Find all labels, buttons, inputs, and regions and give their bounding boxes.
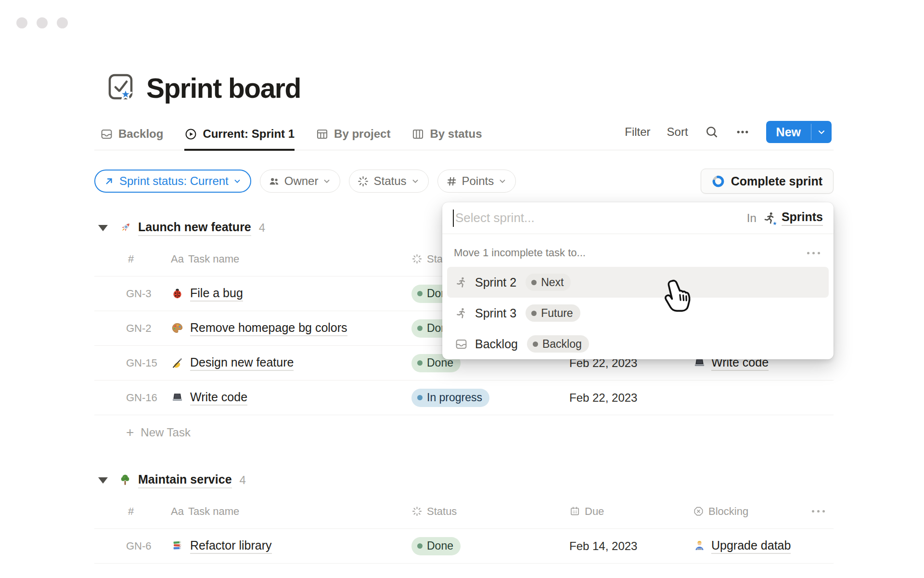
- popup-section-label-row: Move 1 incomplete task to...: [442, 246, 834, 260]
- tab-label: By project: [334, 127, 390, 141]
- spinner-icon: [357, 175, 369, 187]
- chevron-down-icon: [233, 177, 242, 185]
- table-row[interactable]: GN-6 Refactor library Done Feb 14, 2023: [94, 529, 834, 564]
- collapse-triangle-icon[interactable]: [98, 225, 108, 231]
- group-title[interactable]: Maintain service: [138, 473, 232, 488]
- complete-sprint-button[interactable]: Complete sprint: [701, 169, 834, 194]
- search-icon[interactable]: [705, 125, 719, 139]
- new-button-dropdown[interactable]: [811, 121, 832, 143]
- column-task-name[interactable]: Aa Task name: [171, 253, 411, 265]
- column-due[interactable]: Due: [569, 505, 693, 518]
- status-badge[interactable]: Done: [411, 537, 461, 555]
- chip-label: Sprint status: Current: [119, 174, 229, 188]
- table-grid-icon: [316, 128, 329, 141]
- sprint-status-badge: Next: [526, 274, 571, 291]
- tab-current-sprint[interactable]: Current: Sprint 1: [184, 127, 295, 151]
- window-dot-minimize[interactable]: [37, 17, 48, 28]
- arrow-up-right-icon: [103, 175, 115, 187]
- tab-backlog[interactable]: Backlog: [100, 127, 163, 151]
- due-cell[interactable]: Feb 22, 2023: [569, 391, 693, 405]
- books-emoji: [171, 539, 184, 552]
- sprint-status-badge: Backlog: [527, 335, 589, 353]
- due-cell[interactable]: Feb 14, 2023: [569, 539, 693, 553]
- chip-owner[interactable]: Owner: [260, 170, 341, 193]
- popup-item-label: Sprint 3: [475, 306, 516, 320]
- column-blocking[interactable]: Blocking: [693, 505, 834, 518]
- blocked-icon: [693, 506, 704, 517]
- task-id: GN-16: [94, 392, 171, 404]
- popup-item-label: Backlog: [475, 337, 518, 351]
- popup-search-row: In Sprints: [442, 202, 834, 234]
- select-sprint-input[interactable]: [455, 210, 747, 225]
- page-title: Sprint board: [146, 72, 301, 104]
- table-more-icon[interactable]: [800, 510, 834, 512]
- text-type-icon: Aa: [171, 253, 184, 265]
- popup-scope: In Sprints: [747, 210, 823, 226]
- text-caret: [453, 210, 454, 227]
- popup-more-icon[interactable]: [807, 252, 822, 254]
- filter-bar: Sprint status: Current Owner: [94, 169, 834, 194]
- column-id[interactable]: #: [94, 253, 171, 265]
- new-button[interactable]: New: [766, 121, 832, 143]
- blocking-task-link[interactable]: Upgrade datab: [711, 539, 791, 554]
- hand-cursor: [662, 278, 693, 316]
- rocket-emoji: [118, 221, 132, 235]
- runner-icon: [455, 276, 468, 289]
- plus-icon: +: [126, 426, 134, 439]
- new-task-button[interactable]: + New Task: [94, 415, 834, 450]
- popup-item-backlog[interactable]: Backlog Backlog: [447, 328, 829, 359]
- new-task-label: New Task: [141, 426, 191, 439]
- chevron-down-icon: [817, 127, 826, 137]
- window-dot-close[interactable]: [16, 17, 27, 28]
- task-name-link[interactable]: File a bug: [190, 286, 243, 302]
- table-header: # Aa Task name Status: [94, 494, 834, 529]
- palette-emoji: [171, 322, 184, 335]
- popup-section-label: Move 1 incomplete task to...: [454, 247, 807, 259]
- view-tabbar: Backlog Current: Sprint 1 By project: [94, 118, 834, 150]
- page-header: Sprint board: [94, 72, 834, 104]
- spinner-icon: [411, 253, 423, 264]
- column-status[interactable]: Status: [411, 505, 569, 518]
- columns-icon: [411, 128, 424, 141]
- tab-label: By status: [430, 127, 482, 141]
- chevron-down-icon: [498, 177, 507, 185]
- sort-button[interactable]: Sort: [667, 125, 688, 139]
- tab-by-project[interactable]: By project: [316, 127, 390, 151]
- popup-item-sprint-3[interactable]: Sprint 3 Future: [447, 298, 829, 328]
- filter-button[interactable]: Filter: [625, 125, 650, 139]
- chevron-down-icon: [411, 177, 420, 185]
- column-task-name[interactable]: Aa Task name: [171, 505, 411, 518]
- group-title[interactable]: Launch new feature: [138, 220, 251, 236]
- task-id: GN-6: [94, 540, 171, 552]
- move-tasks-popup: In Sprints Move 1 incomplete task to...: [442, 202, 834, 359]
- popup-item-sprint-2[interactable]: Sprint 2 Next: [447, 267, 829, 298]
- spinner-icon: [411, 506, 423, 517]
- chip-sprint-status[interactable]: Sprint status: Current: [94, 170, 251, 193]
- complete-sprint-label: Complete sprint: [731, 174, 822, 188]
- scope-name-link[interactable]: Sprints: [782, 210, 823, 226]
- chip-status[interactable]: Status: [349, 170, 428, 193]
- column-id[interactable]: #: [94, 505, 171, 518]
- collapse-triangle-icon[interactable]: [98, 477, 108, 484]
- task-name-link[interactable]: Design new feature: [190, 355, 294, 371]
- table-row[interactable]: GN-16 Write code In progress Feb 22, 202…: [94, 381, 834, 415]
- task-name-link[interactable]: Refactor library: [190, 539, 272, 554]
- blocking-cell[interactable]: Upgrade datab: [693, 539, 834, 554]
- group-count: 4: [240, 473, 246, 487]
- inbox-icon: [455, 338, 468, 351]
- group-count: 4: [259, 221, 265, 235]
- ellipsis-icon[interactable]: [735, 125, 750, 139]
- task-name-link[interactable]: Write code: [190, 390, 247, 406]
- status-badge[interactable]: In progress: [411, 389, 489, 407]
- chip-points[interactable]: Points: [437, 170, 516, 193]
- laptop-emoji: [171, 391, 184, 404]
- chip-label: Status: [373, 174, 406, 188]
- task-name-link[interactable]: Remove homepage bg colors: [190, 321, 347, 336]
- chevron-down-icon: [322, 177, 331, 185]
- task-id: GN-2: [94, 322, 171, 335]
- window-dot-zoom[interactable]: [57, 17, 68, 28]
- task-id: GN-3: [94, 288, 171, 300]
- tab-by-status[interactable]: By status: [411, 127, 482, 151]
- technologist-emoji: [693, 539, 706, 552]
- inbox-icon: [100, 128, 113, 141]
